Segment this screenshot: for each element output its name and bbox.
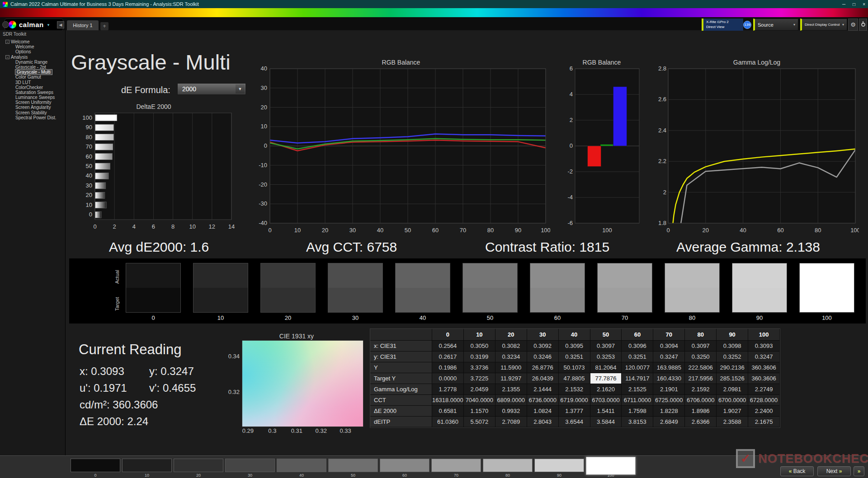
gamma-chart: 2.82.62.42.221.8020406080100 Gamma Log/L… xyxy=(655,57,859,238)
table-header-cell: 70 xyxy=(653,329,685,341)
patch-button-30[interactable] xyxy=(225,459,275,472)
svg-text:30: 30 xyxy=(86,182,92,189)
patch-button-50[interactable] xyxy=(328,459,378,472)
sidebar-item-spectral-power-dist[interactable]: Spectral Power Dist. xyxy=(0,115,65,120)
sidebar-item-dynamic-range[interactable]: Dynamic Range xyxy=(0,60,65,65)
back-button[interactable]: « Back xyxy=(780,466,814,476)
table-row-label: CCT xyxy=(370,395,432,406)
table-cell: 26.0439 xyxy=(527,373,559,384)
swatch-level-label: 10 xyxy=(193,314,248,321)
patch-button-100[interactable] xyxy=(586,457,636,475)
gear-icon[interactable]: ⚙ xyxy=(848,19,858,31)
sidebar-item-luminance-sweeps[interactable]: Luminance Sweeps xyxy=(0,95,65,100)
tab-history-1[interactable]: History 1 xyxy=(67,20,99,30)
pin-button[interactable] xyxy=(2,21,9,28)
sidebar-item-screen-uniformity[interactable]: Screen Uniformity xyxy=(0,100,65,105)
de-formula-label: dE Formula: xyxy=(121,85,170,95)
table-cell: 0.1986 xyxy=(432,362,464,373)
swatch-actual-half xyxy=(126,263,180,288)
patch-level-label: 40 xyxy=(277,473,326,478)
collapse-expander-icon[interactable]: - xyxy=(5,40,9,44)
meter-button[interactable]: X-Rite i1Pro 2 Direct View xyxy=(702,19,743,31)
table-cell: 0.3097 xyxy=(685,341,717,351)
reading-de2000: ΔE 2000: 2.24 xyxy=(80,415,148,428)
avg-de2000-label: Avg dE2000: 1.6 xyxy=(109,239,209,255)
svg-text:60: 60 xyxy=(777,227,783,234)
cie-1931-chart: CIE 1931 xy 0.340.320.290.30.310.320.33 xyxy=(219,331,374,436)
sidebar-item-analysis[interactable]: -Analysis xyxy=(0,55,65,60)
table-cell: 6706.0000 xyxy=(685,395,717,406)
sidebar-item-3d-lut[interactable]: 3D LUT xyxy=(0,80,65,85)
sidebar-item-colorchecker[interactable]: ColorChecker xyxy=(0,85,65,90)
patch-button-0[interactable] xyxy=(71,459,120,472)
minimize-button[interactable]: ─ xyxy=(842,2,845,7)
svg-text:40: 40 xyxy=(261,65,267,72)
sidebar-item-label: Saturation Sweeps xyxy=(15,90,53,95)
sidebar-item-saturation-sweeps[interactable]: Saturation Sweeps xyxy=(0,90,65,95)
de-formula-select[interactable]: 2000 ▼ xyxy=(177,83,246,95)
table-cell: 120.0077 xyxy=(622,362,653,373)
table-cell: 1.0824 xyxy=(527,406,559,417)
calman-logo-menu[interactable]: calman ▾ xyxy=(5,19,63,31)
table-cell: 6700.0000 xyxy=(717,395,748,406)
swatch-level-label: 70 xyxy=(597,314,652,321)
table-cell: 2.1901 xyxy=(653,384,685,395)
table-cell: 2.2400 xyxy=(748,406,780,417)
svg-text:6: 6 xyxy=(152,223,155,230)
skip-forward-button[interactable]: » xyxy=(854,466,864,476)
source-button[interactable]: Source ▾ xyxy=(753,19,798,31)
swatch-actual-half xyxy=(396,263,450,288)
patch-button-60[interactable] xyxy=(380,459,429,472)
rgb-balance-bar-canvas: 6420-2-4-6100 xyxy=(561,57,643,238)
sidebar-item-welcome[interactable]: Welcome xyxy=(0,44,65,49)
svg-text:8: 8 xyxy=(171,223,175,230)
svg-text:10: 10 xyxy=(294,227,301,234)
grayscale-swatch-100 xyxy=(799,263,854,313)
table-cell: 3.7225 xyxy=(464,373,495,384)
patch-button-80[interactable] xyxy=(483,459,533,472)
sidebar-item-welcome[interactable]: -Welcome xyxy=(0,39,65,44)
sidebar-item-color-gamut[interactable]: Color Gamut xyxy=(0,75,65,80)
sidebar-item-screen-stability[interactable]: Screen Stability xyxy=(0,110,65,115)
sidebar-item-grayscale-multi[interactable]: Grayscale - Multi xyxy=(0,70,65,75)
patch-button-20[interactable] xyxy=(174,459,223,472)
gamma-chart-canvas: 2.82.62.42.221.8020406080100 xyxy=(655,57,859,238)
table-cell: 2.3588 xyxy=(717,417,748,427)
svg-text:-4: -4 xyxy=(567,194,573,201)
svg-text:40: 40 xyxy=(86,172,92,179)
panel-title: SDR Toolkit xyxy=(0,30,65,39)
rgb-balance-line-canvas: 403020100-10-20-30-400102030405060708090… xyxy=(252,57,550,238)
add-tab-button[interactable]: + xyxy=(100,22,108,30)
patch-button-90[interactable] xyxy=(534,459,584,472)
maximize-button[interactable]: □ xyxy=(853,2,855,7)
svg-text:12: 12 xyxy=(209,223,215,230)
svg-text:10: 10 xyxy=(261,123,267,130)
sidebar-item-screen-angularity[interactable]: Screen Angularity xyxy=(0,105,65,110)
swatch-level-label: 30 xyxy=(328,314,383,321)
table-cell: 0.3251 xyxy=(622,351,653,362)
swatch-actual-half xyxy=(598,263,652,288)
table-cell: 81.2064 xyxy=(590,362,622,373)
sidebar-item-grayscale-2pt[interactable]: Grayscale - 2pt xyxy=(0,65,65,70)
table-cell: 2.1532 xyxy=(559,384,590,395)
sidebar-item-options[interactable]: Options xyxy=(0,49,65,54)
table-cell: 0.3095 xyxy=(559,341,590,351)
power-icon[interactable] xyxy=(859,19,867,31)
table-cell: 50.1073 xyxy=(559,362,590,373)
patch-button-10[interactable] xyxy=(122,459,172,472)
patch-button-70[interactable] xyxy=(431,459,481,472)
svg-text:50: 50 xyxy=(405,227,411,234)
patch-button-40[interactable] xyxy=(277,459,326,472)
table-cell: 0.3093 xyxy=(748,341,780,351)
next-button[interactable]: Next » xyxy=(817,466,851,476)
table-header-cell: 60 xyxy=(622,329,653,341)
table-header-cell: 10 xyxy=(464,329,495,341)
display-control-button[interactable]: Direct Display Control ▾ xyxy=(800,19,847,31)
table-cell: 2.1355 xyxy=(495,384,527,395)
svg-text:4: 4 xyxy=(570,91,573,98)
calman-app: Calman 2022 Calman Ultimate for Business… xyxy=(0,0,868,478)
collapse-expander-icon[interactable]: - xyxy=(5,55,9,59)
patch-level-label: 0 xyxy=(71,473,120,478)
sidebar-collapse-icon[interactable]: ◀ xyxy=(57,21,64,28)
close-button[interactable]: × xyxy=(863,2,865,7)
